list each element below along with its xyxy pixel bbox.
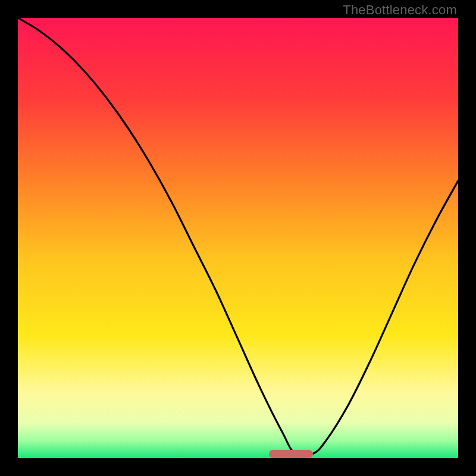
chart-frame: TheBottleneck.com: [0, 0, 476, 476]
bottleneck-curve: [18, 18, 458, 458]
plot-area: [18, 18, 458, 458]
optimal-range-marker: [269, 450, 313, 458]
attribution-label: TheBottleneck.com: [343, 2, 457, 18]
